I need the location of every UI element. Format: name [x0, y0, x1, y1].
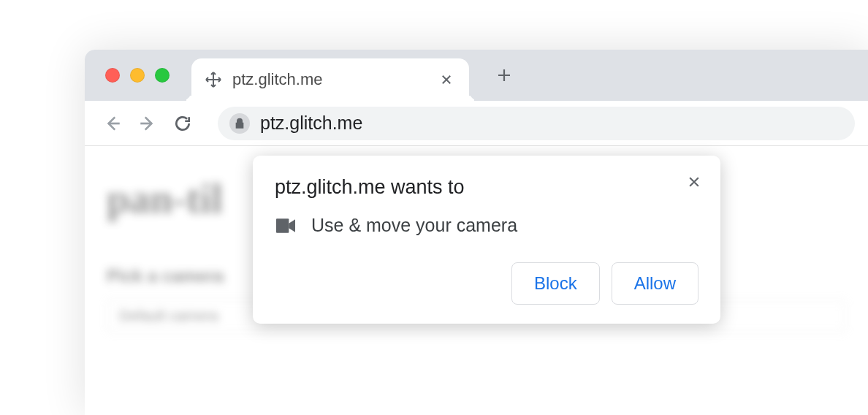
window-minimize-button[interactable] — [130, 68, 145, 83]
browser-window: ptz.glitch.me — [85, 50, 868, 415]
lock-icon[interactable] — [229, 113, 250, 134]
window-close-button[interactable] — [105, 68, 120, 83]
permission-text: Use & move your camera — [311, 215, 517, 236]
move-icon — [205, 71, 222, 88]
permission-prompt: ptz.glitch.me wants to Use & move your c… — [253, 156, 720, 324]
forward-button[interactable] — [133, 109, 162, 138]
tab-bar: ptz.glitch.me — [85, 50, 868, 101]
toolbar: ptz.glitch.me — [85, 101, 868, 146]
new-tab-button[interactable] — [490, 61, 519, 90]
block-button[interactable]: Block — [511, 262, 600, 305]
prompt-close-button[interactable] — [682, 170, 706, 194]
camera-icon — [276, 218, 295, 233]
back-button[interactable] — [98, 109, 127, 138]
tab-close-button[interactable] — [437, 70, 456, 89]
prompt-permission-row: Use & move your camera — [276, 215, 698, 236]
tab-title: ptz.glitch.me — [232, 70, 427, 89]
prompt-title: ptz.glitch.me wants to — [275, 176, 698, 199]
svg-rect-0 — [276, 218, 289, 233]
window-controls — [105, 68, 170, 83]
url-text: ptz.glitch.me — [260, 113, 362, 134]
reload-button[interactable] — [168, 109, 197, 138]
address-bar[interactable]: ptz.glitch.me — [218, 107, 855, 140]
window-maximize-button[interactable] — [155, 68, 170, 83]
prompt-buttons: Block Allow — [275, 262, 698, 305]
browser-tab[interactable]: ptz.glitch.me — [191, 58, 469, 101]
allow-button[interactable]: Allow — [612, 262, 698, 305]
